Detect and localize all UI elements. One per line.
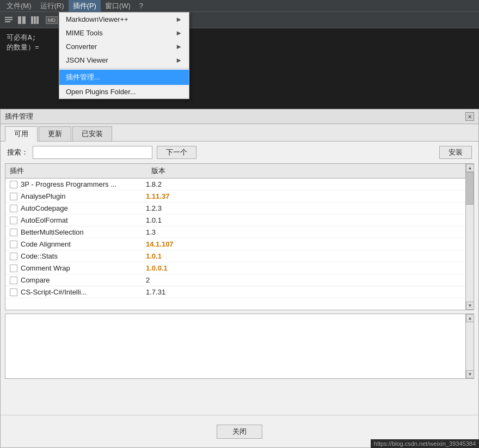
description-panel: ▲ ▼ — [5, 314, 474, 379]
menubar: 文件(M) 运行(R) 插件(P) 窗口(W) ? — [0, 0, 479, 12]
plugin-version: 1.0.1 — [146, 252, 200, 260]
svg-rect-3 — [18, 16, 21, 24]
plugin-checkbox[interactable] — [10, 289, 17, 296]
search-bar: 搜索： 下一个 安装 — [1, 142, 478, 163]
plugin-name: AutoEolFormat — [21, 216, 146, 224]
chevron-right-icon: ► — [175, 56, 182, 64]
statusbar-url: https://blog.csdn.net/weixin_39345384 — [374, 440, 476, 447]
plugin-name: AnalysePlugin — [21, 192, 146, 200]
svg-rect-6 — [34, 16, 36, 24]
table-row[interactable]: AutoCodepage1.2.3 — [5, 202, 474, 214]
svg-rect-5 — [31, 16, 33, 24]
plugin-checkbox[interactable] — [10, 277, 17, 284]
menubar-window[interactable]: 窗口(W) — [101, 0, 135, 12]
desc-scrollbar[interactable]: ▲ ▼ — [465, 314, 474, 378]
table-row[interactable]: Code Alignment14.1.107 — [5, 238, 474, 250]
dropdown-plugin-manager[interactable]: 插件管理... — [59, 70, 189, 85]
table-row[interactable]: Compare2 — [5, 274, 474, 286]
plugin-col-name: 插件 — [10, 166, 151, 176]
table-row[interactable]: AnalysePlugin1.11.37 — [5, 191, 474, 202]
plugin-checkbox[interactable] — [10, 229, 17, 236]
svg-rect-7 — [36, 16, 39, 24]
plugin-name: Code::Stats — [21, 252, 146, 260]
plugin-checkbox[interactable] — [10, 181, 17, 188]
plugin-version: 14.1.107 — [146, 240, 200, 248]
scrollbar-up-arrow[interactable]: ▲ — [466, 164, 474, 172]
dropdown-converter[interactable]: Converter ► — [59, 40, 189, 53]
tab-available[interactable]: 可用 — [5, 126, 38, 142]
plugin-checkbox[interactable] — [10, 205, 17, 212]
plugin-checkbox[interactable] — [10, 217, 17, 224]
menubar-help[interactable]: ? — [135, 1, 148, 11]
desc-scrollbar-down[interactable]: ▼ — [466, 370, 474, 378]
svg-rect-2 — [5, 21, 10, 22]
plugin-name: Comment Wrap — [21, 264, 146, 272]
plugin-checkbox[interactable] — [10, 265, 17, 272]
plugin-dropdown-menu: MarkdownViewer++ ► MIME Tools ► Converte… — [59, 12, 189, 99]
svg-rect-4 — [22, 16, 26, 24]
plugin-name: AutoCodepage — [21, 204, 146, 212]
table-row[interactable]: Comment Wrap1.0.0.1 — [5, 262, 474, 274]
dialog-close-icon[interactable]: ✕ — [465, 112, 474, 121]
toolbar-icon-3[interactable] — [29, 14, 41, 26]
svg-rect-1 — [5, 19, 13, 20]
menubar-file[interactable]: 文件(M) — [2, 0, 36, 12]
plugin-version: 1.0.0.1 — [146, 264, 200, 272]
plugin-manager-dialog: 插件管理 ✕ 可用 更新 已安装 搜索： 下一个 安装 插件 版本 3P - P… — [0, 109, 479, 448]
plugin-checkbox[interactable] — [10, 241, 17, 248]
plugin-checkbox[interactable] — [10, 193, 17, 200]
table-row[interactable]: BetterMultiSelection1.3 — [5, 226, 474, 238]
search-next-button[interactable]: 下一个 — [157, 146, 196, 159]
table-row[interactable]: CS-Script-C#/Intelli...1.7.31 — [5, 286, 474, 298]
menubar-plugin[interactable]: 插件(P) — [69, 0, 101, 12]
plugin-version: 1.0.1 — [146, 216, 200, 224]
plugin-name: Code Alignment — [21, 240, 146, 248]
statusbar: https://blog.csdn.net/weixin_39345384 — [371, 439, 479, 448]
search-label: 搜索： — [7, 148, 28, 157]
search-input[interactable] — [33, 146, 152, 159]
chevron-right-icon: ► — [175, 42, 182, 51]
dropdown-open-plugins-folder[interactable]: Open Plugins Folder... — [59, 85, 189, 99]
plugin-version: 1.11.37 — [146, 192, 200, 200]
plugin-col-version: 版本 — [151, 166, 469, 176]
toolbar-icon-1[interactable] — [3, 14, 15, 26]
plugin-checkbox[interactable] — [10, 253, 17, 260]
tab-installed[interactable]: 已安装 — [72, 126, 112, 141]
tabs-bar: 可用 更新 已安装 — [1, 124, 478, 142]
close-button[interactable]: 关闭 — [217, 425, 262, 439]
dropdown-markdownviewer[interactable]: MarkdownViewer++ ► — [59, 13, 189, 26]
plugin-name: BetterMultiSelection — [21, 228, 146, 236]
table-row[interactable]: AutoEolFormat1.0.1 — [5, 214, 474, 226]
dropdown-separator — [59, 68, 189, 69]
dialog-title: 插件管理 — [5, 112, 33, 121]
plugin-name: 3P - Progress Programmers ... — [21, 180, 146, 188]
table-row[interactable]: Code::Stats1.0.1 — [5, 250, 474, 262]
table-scrollbar[interactable]: ▲ ▼ — [465, 164, 474, 310]
plugin-version: 1.7.31 — [146, 288, 200, 296]
plugin-name: CS-Script-C#/Intelli... — [21, 288, 146, 296]
plugin-version: 1.8.2 — [146, 180, 200, 188]
chevron-right-icon: ► — [175, 29, 182, 37]
tab-update[interactable]: 更新 — [39, 126, 71, 141]
toolbar-icon-2[interactable] — [16, 14, 28, 26]
plugin-version: 1.3 — [146, 228, 200, 236]
install-button[interactable]: 安装 — [439, 146, 472, 159]
svg-rect-0 — [5, 17, 13, 18]
desc-scrollbar-up[interactable]: ▲ — [466, 314, 474, 322]
plugin-table-body: 3P - Progress Programmers ...1.8.2Analys… — [5, 179, 474, 309]
plugin-table-header: 插件 版本 — [5, 164, 474, 179]
dropdown-json-viewer[interactable]: JSON Viewer ► — [59, 53, 189, 67]
plugin-table: 插件 版本 3P - Progress Programmers ...1.8.2… — [5, 163, 474, 310]
menubar-run[interactable]: 运行(R) — [36, 0, 69, 12]
toolbar-md-badge: MD — [46, 16, 58, 24]
dialog-titlebar: 插件管理 ✕ — [1, 109, 478, 124]
chevron-right-icon: ► — [175, 15, 182, 23]
scrollbar-thumb[interactable] — [465, 172, 474, 205]
plugin-version: 2 — [146, 276, 200, 284]
scrollbar-down-arrow[interactable]: ▼ — [466, 302, 474, 310]
plugin-version: 1.2.3 — [146, 204, 200, 212]
dropdown-mime-tools[interactable]: MIME Tools ► — [59, 26, 189, 40]
table-row[interactable]: 3P - Progress Programmers ...1.8.2 — [5, 179, 474, 191]
plugin-name: Compare — [21, 276, 146, 284]
